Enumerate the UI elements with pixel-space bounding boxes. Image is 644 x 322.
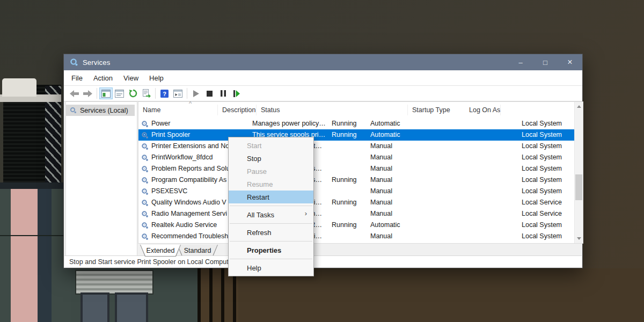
help-icon[interactable]: ? xyxy=(158,87,171,99)
view-tab[interactable]: Standard xyxy=(177,245,218,257)
service-logon-cell: Local System xyxy=(517,129,574,141)
service-name: Problem Reports and Solu xyxy=(151,163,230,174)
column-header[interactable]: Description xyxy=(218,105,257,115)
context-menu-item[interactable]: Restart xyxy=(229,191,313,203)
context-menu-item-label: All Tasks xyxy=(247,211,274,219)
menu-bar-item[interactable]: Action xyxy=(88,70,118,85)
background-brown-wall xyxy=(238,268,644,322)
context-menu-item[interactable] xyxy=(230,206,312,206)
context-menu-item[interactable] xyxy=(230,259,312,259)
table-row[interactable]: Realtek Audio Service R… Running Automat… xyxy=(138,219,574,231)
service-gear-icon xyxy=(141,177,149,184)
table-row[interactable]: Quality Windows Audio V li… Running Manu… xyxy=(138,197,574,208)
context-menu-item[interactable] xyxy=(230,241,312,241)
service-gear-icon xyxy=(141,165,149,173)
service-name: Recommended Troublesh xyxy=(151,231,228,242)
close-button[interactable]: × xyxy=(558,54,582,70)
table-row[interactable]: Problem Reports and Solu s… Manual Local… xyxy=(138,163,574,174)
view-tab[interactable]: Extended xyxy=(140,245,181,257)
service-name: Realtek Audio Service xyxy=(151,219,217,231)
service-status-cell: Running xyxy=(327,174,366,186)
context-menu-item[interactable]: Pause xyxy=(229,165,313,178)
menu-bar-item[interactable]: File xyxy=(66,70,88,85)
properties-window-icon[interactable] xyxy=(113,87,126,99)
service-logon-cell: Local System xyxy=(517,118,574,129)
table-row[interactable]: Power Manages power policy… Running Auto… xyxy=(138,118,574,129)
background-window-pane xyxy=(80,292,109,322)
service-status-cell xyxy=(327,231,366,242)
export-list-icon[interactable] xyxy=(140,87,153,99)
table-row[interactable]: Printer Extensions and No st… Manual Loc… xyxy=(138,141,574,152)
service-name: Program Compatibility As xyxy=(151,174,226,186)
background-navy-column xyxy=(38,189,52,322)
service-startup-type-cell: Manual xyxy=(366,186,517,197)
service-gear-icon xyxy=(141,131,149,139)
table-row[interactable]: Radio Management Servi n… Manual Local S… xyxy=(138,208,574,219)
forward-arrow-icon[interactable] xyxy=(81,87,94,99)
view-tab-label: Standard xyxy=(178,245,217,256)
context-menu-item[interactable]: Properties xyxy=(229,244,313,257)
table-row[interactable]: Program Compatibility As s… Running Manu… xyxy=(138,174,574,186)
window-title: Services xyxy=(83,58,110,67)
service-name: Power xyxy=(151,118,170,129)
background-roller-shutter xyxy=(75,270,153,295)
table-row[interactable]: Print Spooler This service spools pri… R… xyxy=(138,129,574,141)
service-logon-cell: Local System xyxy=(517,163,574,174)
context-menu-item-label: Refresh xyxy=(247,229,272,237)
context-menu-item[interactable]: Stop xyxy=(229,152,313,165)
background-window-pane xyxy=(115,292,148,322)
tree-item-services-local[interactable]: Services (Local) xyxy=(66,105,135,116)
minimize-button[interactable]: – xyxy=(508,54,533,70)
context-menu-item[interactable]: Resume xyxy=(229,178,313,191)
refresh-icon[interactable] xyxy=(126,87,140,99)
service-status-cell xyxy=(327,141,366,152)
service-logon-cell: Local Service xyxy=(517,197,574,208)
toolbar-separator xyxy=(187,88,187,99)
title-bar[interactable]: Services – □ × xyxy=(64,54,582,70)
scrollbar-thumb[interactable] xyxy=(575,174,582,200)
context-menu-item[interactable]: Help xyxy=(229,261,313,274)
column-header[interactable]: Log On As xyxy=(465,105,501,115)
table-row[interactable]: PSEXESVC Manual Local System xyxy=(138,186,574,197)
service-gear-icon xyxy=(141,222,149,229)
service-startup-type-cell: Manual xyxy=(366,163,517,174)
scroll-down-icon[interactable] xyxy=(575,235,583,243)
maximize-button[interactable]: □ xyxy=(533,54,558,70)
service-startup-type-cell: Manual xyxy=(366,141,517,152)
stop-service-icon[interactable] xyxy=(203,87,216,99)
status-bar: Stop and Start service Print Spooler on … xyxy=(64,255,582,267)
window-controls: – □ × xyxy=(508,54,582,70)
menu-bar-item[interactable]: View xyxy=(118,70,144,85)
services-gear-icon xyxy=(70,107,77,114)
pause-service-icon[interactable] xyxy=(216,87,230,99)
context-menu-item[interactable]: All Tasks xyxy=(229,208,313,221)
show-extended-view-icon[interactable] xyxy=(171,87,185,99)
service-gear-icon xyxy=(141,120,149,128)
background-seam-line xyxy=(0,235,71,236)
background-pink-column xyxy=(11,189,38,322)
column-header[interactable]: Name xyxy=(138,105,218,115)
table-row[interactable]: PrintWorkflow_8fdcd Manual Local System xyxy=(138,152,574,163)
column-header[interactable]: Status xyxy=(257,105,408,115)
show-console-tree-icon[interactable] xyxy=(99,87,113,99)
restart-service-icon[interactable] xyxy=(230,87,243,99)
context-menu-item[interactable]: Refresh xyxy=(229,226,313,239)
service-status-cell: Running xyxy=(327,219,366,231)
context-menu-item[interactable] xyxy=(230,223,312,224)
service-logon-cell: Local System xyxy=(517,186,574,197)
table-row[interactable]: Recommended Troublesh ti… Manual Local S… xyxy=(138,231,574,242)
toolbar-separator xyxy=(97,88,97,99)
service-logon-cell: Local System xyxy=(517,231,574,242)
console-tree-pane: Services (Local) xyxy=(65,101,137,257)
menu-bar-item[interactable]: Help xyxy=(144,70,169,85)
back-arrow-icon[interactable] xyxy=(68,87,81,99)
context-menu-item[interactable]: Start xyxy=(229,139,313,152)
start-service-icon[interactable] xyxy=(189,87,203,99)
column-header[interactable]: Startup Type xyxy=(408,105,465,115)
toolbar: ? xyxy=(64,86,582,101)
services-list-pane: NameDescriptionStatusStartup TypeLog On … xyxy=(138,101,583,244)
svg-text:?: ? xyxy=(163,90,166,97)
vertical-scrollbar[interactable] xyxy=(574,102,583,243)
scroll-up-icon[interactable] xyxy=(575,103,583,111)
context-menu-item-label: Start xyxy=(247,142,261,150)
